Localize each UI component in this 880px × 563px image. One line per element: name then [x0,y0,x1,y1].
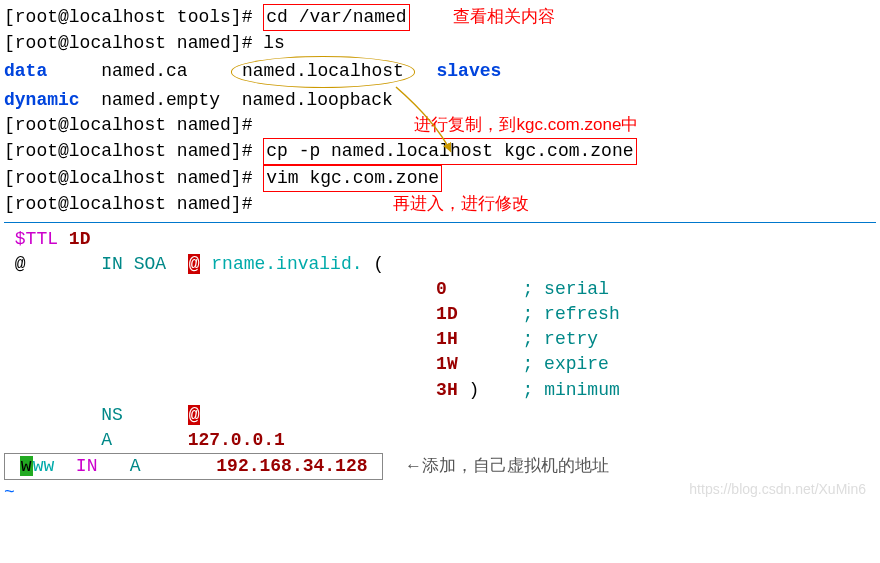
zone-line: A 127.0.0.1 [4,428,876,453]
ls-output-line2: dynamic named.empty named.loopback [4,88,876,113]
prompt: [root@localhost named]# [4,115,263,135]
cmd-cp-box: cp -p named.localhost kgc.com.zone [263,138,636,165]
terminal-line: [root@localhost named]# cp -p named.loca… [4,138,876,165]
ttl-directive: $TTL [15,229,58,249]
paren-close: ) [469,380,480,400]
ls-output-line1: data named.ca named.localhost slaves [4,56,876,87]
file-named-loopback: named.loopback [242,90,393,110]
zone-record: 1D ; refresh [4,302,876,327]
expire-val: 1W [436,354,458,374]
terminal-line: [root@localhost named]# vim kgc.com.zone [4,165,876,192]
terminal-line: [root@localhost tools]# cd /var/named 查看… [4,4,876,31]
terminal-line: [root@localhost named]# 进行复制，到kgc.com.zo… [4,113,876,138]
zone-line: NS @ [4,403,876,428]
zone-record: 0 ; serial [4,277,876,302]
annotation-view: 查看相关内容 [453,7,555,26]
zone-line: @ IN SOA @ rname.invalid. ( [4,252,876,277]
paren-open: ( [373,254,384,274]
in-class: IN [76,456,98,476]
origin-at: @ [15,254,26,274]
ttl-value: 1D [69,229,91,249]
cmd-cd-box: cd /var/named [263,4,409,31]
a-record: A [101,430,112,450]
ns-at-hl: @ [188,405,201,425]
retry-label: ; retry [523,329,599,349]
annotation-copy: 进行复制，到kgc.com.zone中 [414,115,638,134]
serial-val: 0 [436,279,447,299]
watermark: https://blog.csdn.net/XuMin6 [689,480,866,500]
zone-line: $TTL 1D [4,227,876,252]
file-named-empty: named.empty [101,90,220,110]
ip-vm: 192.168.34.128 [216,456,367,476]
refresh-label: ; refresh [523,304,620,324]
section-divider [4,222,876,223]
soa-at-hl: @ [188,254,201,274]
prompt: [root@localhost named]# [4,168,263,188]
cursor-char: w [20,456,33,476]
minimum-label: ; minimum [523,380,620,400]
zone-line-www: www IN A 192.168.34.128 ←添加，自己虚拟机的地址 [4,453,876,480]
cmd-ls: ls [263,33,285,53]
minimum-val: 3H [436,380,458,400]
retry-val: 1H [436,329,458,349]
terminal-line: [root@localhost named]# 再进入，进行修改 [4,192,876,217]
dir-dynamic: dynamic [4,90,80,110]
in-soa: IN SOA [101,254,166,274]
cmd-vim-box: vim kgc.com.zone [263,165,442,192]
zone-record: 1H ; retry [4,327,876,352]
ns-record: NS [101,405,123,425]
prompt: [root@localhost named]# [4,33,263,53]
highlight-ellipse: named.localhost [231,56,415,87]
a-record2: A [130,456,141,476]
edit-box[interactable]: www IN A 192.168.34.128 [4,453,383,480]
prompt: [root@localhost named]# [4,194,263,214]
file-named-ca: named.ca [101,61,187,81]
zone-record: 3H ) ; minimum [4,378,876,403]
prompt: [root@localhost named]# [4,141,263,161]
dir-slaves: slaves [437,61,502,81]
annotation-add-addr: ←添加，自己虚拟机的地址 [405,456,609,475]
expire-label: ; expire [523,354,609,374]
serial-label: ; serial [523,279,609,299]
dir-data: data [4,61,47,81]
ip-local: 127.0.0.1 [188,430,285,450]
zone-record: 1W ; expire [4,352,876,377]
terminal-line: [root@localhost named]# ls [4,31,876,56]
rname: rname.invalid. [211,254,362,274]
refresh-val: 1D [436,304,458,324]
prompt: [root@localhost tools]# [4,7,263,27]
annotation-enter: 再进入，进行修改 [393,194,529,213]
